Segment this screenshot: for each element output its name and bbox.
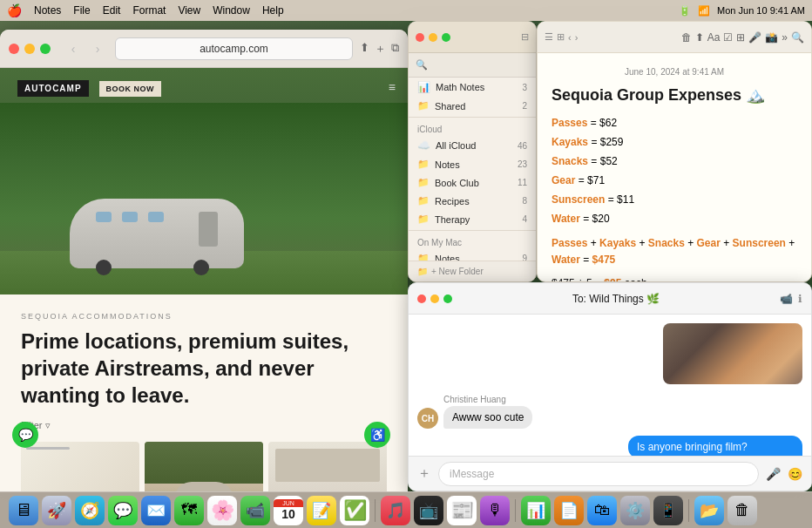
notes-close[interactable] — [416, 33, 424, 42]
dock-files[interactable]: 📂 — [694, 496, 724, 525]
notes-toolbar: ⊟ — [409, 22, 536, 53]
search-note-icon[interactable]: 🔍 — [791, 31, 804, 44]
messages-input[interactable]: iMessage — [438, 462, 759, 486]
shared-label: Shared — [435, 101, 517, 112]
dock-launchpad[interactable]: 🚀 — [42, 496, 71, 525]
fullscreen-button[interactable] — [40, 44, 51, 54]
notes-notes-item[interactable]: 📁 Notes 23 — [409, 155, 536, 173]
back-button[interactable]: ‹ — [63, 38, 84, 59]
menu-file[interactable]: File — [73, 4, 90, 17]
messages-traffic-lights — [417, 294, 452, 303]
notes-minimize[interactable] — [429, 33, 437, 42]
note-sunscreen-line: Sunscreen = $11 — [551, 192, 797, 207]
menu-window[interactable]: Window — [213, 4, 250, 17]
messages-fullscreen[interactable] — [443, 294, 452, 303]
dock-reminders[interactable]: ✅ — [340, 496, 369, 525]
minimize-button[interactable] — [24, 44, 35, 54]
menu-help[interactable]: Help — [262, 4, 284, 17]
dock-notes[interactable]: 📝 — [307, 496, 336, 525]
messages-close[interactable] — [417, 294, 426, 303]
nav-back-icon[interactable]: ☰ — [545, 31, 553, 43]
messages-content: Christine Huang CH Awww soo cute Is anyo… — [409, 315, 811, 456]
dock-system-prefs[interactable]: ⚙️ — [620, 496, 650, 525]
notes-search-bar[interactable]: 🔍 — [409, 53, 536, 78]
dock-messages[interactable]: 💬 — [108, 496, 138, 525]
facetime-icon[interactable]: 📹 — [780, 293, 793, 305]
notes-shared-item[interactable]: 📁 Shared 2 — [409, 97, 536, 115]
notes-folder-label: Notes — [435, 159, 512, 170]
dock-trash[interactable]: 🗑 — [727, 496, 757, 525]
info-icon[interactable]: ℹ — [798, 293, 802, 305]
safari-window: ‹ › autocamp.com ⬆ ＋ ⧉ AUTOCAMP BOOK NOW… — [0, 30, 408, 491]
camera-icon[interactable]: 📸 — [765, 31, 778, 44]
menu-edit[interactable]: Edit — [103, 4, 121, 17]
apple-menu[interactable]: 🍎 — [7, 3, 22, 17]
dock-app-store[interactable]: 🛍 — [587, 496, 617, 525]
new-folder-button[interactable]: 📁 + New Folder — [409, 261, 536, 281]
audio-input-button[interactable]: 🎤 — [766, 467, 781, 481]
dock-calendar[interactable]: JUN 10 — [274, 496, 303, 525]
messages-minimize[interactable] — [430, 294, 439, 303]
dock: 🖥 🚀 🧭 💬 ✉️ 🗺 🌸 📹 JUN 10 📝 ✅ 🎵 📺 📰 🎙 📊 📄 … — [0, 491, 812, 528]
dock-music[interactable]: 🎵 — [381, 496, 410, 525]
dock-finder[interactable]: 🖥 — [9, 496, 38, 525]
text-format-icon[interactable]: Aa — [707, 31, 721, 44]
autocamp-headline: Prime locations, premium suites, private… — [21, 328, 387, 410]
url-bar[interactable]: autocamp.com — [115, 37, 353, 60]
messages-to-label: To: Wild Things 🌿 — [459, 293, 773, 305]
new-tab-icon[interactable]: ＋ — [375, 41, 386, 57]
menu-view[interactable]: View — [178, 4, 200, 17]
extensions-icon[interactable]: ⧉ — [391, 41, 399, 57]
shared-count: 2 — [522, 101, 527, 111]
messages-add-button[interactable]: ＋ — [417, 464, 431, 483]
nav-next-icon[interactable]: › — [575, 32, 579, 43]
share-icon[interactable]: ⬆ — [360, 41, 369, 57]
notes-therapy-item[interactable]: 📁 Therapy 4 — [409, 210, 536, 228]
menu-notes[interactable]: Notes — [34, 4, 61, 17]
dock-news[interactable]: 📰 — [447, 496, 477, 525]
message-1-sender-row: Christine Huang CH Awww soo cute — [417, 395, 802, 429]
notes-math-notes-item[interactable]: 📊 Math Notes 3 — [409, 78, 536, 97]
table-icon[interactable]: ⊞ — [736, 31, 745, 44]
forward-button[interactable]: › — [87, 38, 108, 59]
notes-divider-1 — [409, 117, 536, 118]
safari-traffic-lights — [9, 44, 51, 54]
notes-book-club-item[interactable]: 📁 Book Club 11 — [409, 173, 536, 192]
message-1-avatar: CH — [417, 408, 438, 429]
checklist-icon[interactable]: ☑ — [723, 31, 733, 44]
note-passes-line: Passes = $62 — [551, 115, 797, 131]
dock-maps[interactable]: 🗺 — [174, 496, 204, 525]
notes-recipes-item[interactable]: 📁 Recipes 8 — [409, 192, 536, 210]
dock-safari[interactable]: 🧭 — [75, 496, 105, 525]
dock-iphone-mirror[interactable]: 📱 — [653, 496, 683, 525]
notes-sidebar-toggle[interactable]: ⊟ — [521, 31, 529, 43]
dock-numbers[interactable]: 📊 — [521, 496, 551, 525]
delete-note-icon[interactable]: 🗑 — [681, 31, 692, 44]
dock-mail[interactable]: ✉️ — [141, 496, 171, 525]
notes-all-icloud-item[interactable]: ☁️ All iCloud 46 — [409, 136, 536, 155]
live-chat-button[interactable]: 💬 — [12, 422, 38, 448]
hero-menu-icon[interactable]: ≡ — [389, 80, 396, 94]
dock-tv[interactable]: 📺 — [414, 496, 443, 525]
more-icon[interactable]: » — [782, 31, 788, 44]
emoji-button[interactable]: 😊 — [788, 467, 802, 481]
airstream-scene — [0, 103, 408, 294]
filter-row[interactable]: Filter ▿ — [21, 420, 387, 431]
wifi-icon: 📶 — [698, 5, 710, 17]
message-sent-row: Is anyone bringing film? — [417, 436, 802, 456]
nav-forward-icon[interactable]: ⊞ — [557, 31, 565, 43]
menu-format[interactable]: Format — [132, 4, 166, 17]
nav-prev-icon[interactable]: ‹ — [568, 32, 572, 43]
book-now-button[interactable]: BOOK NOW — [99, 81, 162, 97]
dock-photos[interactable]: 🌸 — [207, 496, 237, 525]
dock-facetime[interactable]: 📹 — [240, 496, 270, 525]
notes-fullscreen[interactable] — [442, 33, 450, 42]
recipes-label: Recipes — [435, 196, 517, 206]
share-note-icon[interactable]: ⬆ — [695, 31, 704, 44]
dock-podcasts[interactable]: 🎙 — [480, 496, 510, 525]
media-icon[interactable]: 🎤 — [748, 31, 761, 44]
close-button[interactable] — [9, 44, 19, 54]
accessibility-button[interactable]: ♿ — [364, 422, 390, 448]
dock-pages[interactable]: 📄 — [554, 496, 584, 525]
airstream-body — [70, 199, 244, 268]
